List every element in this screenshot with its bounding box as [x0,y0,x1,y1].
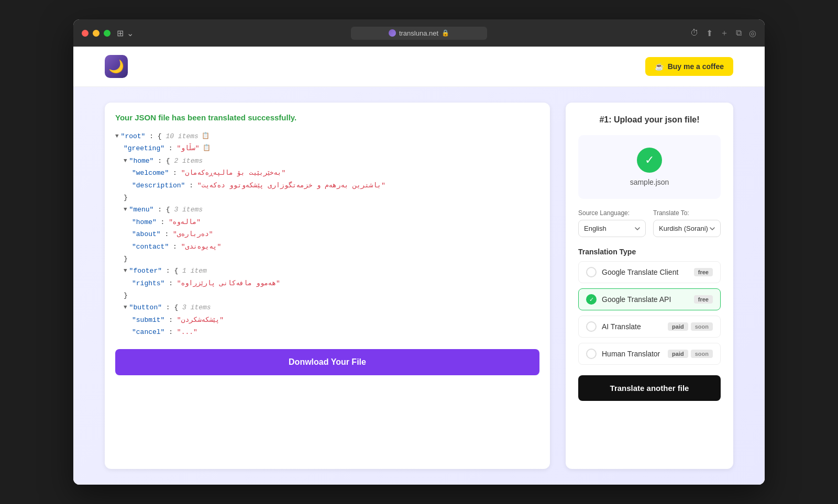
copy-icon[interactable]: 📋 [202,131,210,142]
json-line: ▼ "footer" : { 1 item [115,265,539,277]
file-upload-area: ✓ sample.json [578,135,721,199]
window-controls [82,30,111,37]
source-language-group: Source Language: English [578,209,646,237]
option-name: AI Translate [602,322,641,331]
json-line: "submit" : "پێشکەشکردن" [115,314,539,326]
app-header: 🌙 ☕ Buy me a coffee [73,47,765,87]
json-panel: Your JSON file has been translated succe… [105,103,550,469]
success-message: Your JSON file has been translated succe… [115,113,539,122]
collapse-icon[interactable]: ▼ [124,266,127,276]
logo-icon: 🌙 [105,55,128,78]
address-bar[interactable]: transluna.net 🔒 [351,27,487,40]
chevron-down-icon[interactable]: ⌄ [127,28,134,38]
option-google-client[interactable]: Google Translate Client free [578,261,721,283]
tabs-icon[interactable]: ⧉ [736,28,742,38]
settings-panel: #1: Upload your json file! ✓ sample.json… [566,103,733,469]
json-line: } [115,253,539,265]
free-badge: free [694,268,713,276]
soon-badge: soon [691,350,713,358]
translation-type-list: Google Translate Client free ✓ Google Tr… [578,261,721,365]
browser-content: 🌙 ☕ Buy me a coffee Your JSON file has b… [73,47,765,485]
json-line: ▼ "home" : { 2 items [115,155,539,167]
json-line: "greeting" : "سڵاو" 📋 [115,142,539,154]
json-line: ▼ "button" : { 3 items [115,301,539,313]
option-google-api[interactable]: ✓ Google Translate API free [578,288,721,310]
json-line: "home" : "مالەوە" [115,216,539,228]
buy-coffee-label: Buy me a coffee [668,62,724,71]
json-line: "about" : "دەربارەی" [115,228,539,240]
source-language-label: Source Language: [578,209,646,217]
history-icon[interactable]: ⏱ [690,28,699,38]
option-radio-icon [586,349,597,359]
buy-coffee-button[interactable]: ☕ Buy me a coffee [645,57,733,76]
json-line: ▼ "root" : { 10 items 📋 [115,130,539,142]
app-main: Your JSON file has been translated succe… [73,87,765,485]
panel-title: #1: Upload your json file! [578,115,721,125]
option-name: Google Translate Client [602,268,678,276]
translate-to-group: Translate To: Kurdish (Sorani) [653,209,721,237]
new-tab-icon[interactable]: ＋ [720,28,729,39]
translation-type-section: Translation Type Google Translate Client… [578,248,721,365]
collapse-icon[interactable]: ▼ [124,156,127,166]
collapse-icon[interactable]: ▼ [115,131,119,142]
download-button[interactable]: Donwload Your File [115,349,539,375]
translate-to-select[interactable]: Kurdish (Sorani) [653,220,721,237]
favicon-icon [389,29,396,37]
option-radio-icon [586,321,597,332]
json-line: } [115,192,539,204]
selected-check-icon: ✓ [586,294,597,305]
translate-to-label: Translate To: [653,209,721,217]
option-name: Google Translate API [602,295,671,304]
option-name: Human Translator [602,350,660,358]
copy-icon[interactable]: 📋 [203,143,211,154]
source-language-select[interactable]: English [578,220,646,237]
extensions-icon[interactable]: ◎ [749,28,756,38]
translate-another-button[interactable]: Translate another file [578,375,721,401]
json-line: "description" : "باشترین بەرهەم و خزمەتگ… [115,180,539,192]
free-badge: free [694,295,713,304]
minimize-button[interactable] [93,30,100,37]
json-line: "rights" : "هەموو مافەکانی پارێزراوە" [115,277,539,289]
soon-badge: soon [691,322,713,331]
maximize-button[interactable] [104,30,111,37]
browser-titlebar: ⊞ ⌄ transluna.net 🔒 ⏱ ⬆ ＋ ⧉ ◎ [73,19,765,47]
json-viewer: ▼ "root" : { 10 items 📋 "greeting" : "سڵ… [115,130,539,339]
translation-type-label: Translation Type [578,248,721,256]
coffee-icon: ☕ [655,62,664,71]
close-button[interactable] [82,30,89,37]
paid-badge: paid [668,350,688,358]
language-selectors-row: Source Language: English Translate To: K… [578,209,721,237]
json-line: "cancel" : "..." [115,326,539,338]
option-human-translator[interactable]: Human Translator paid soon [578,343,721,365]
logo-emoji: 🌙 [108,59,124,74]
json-line: "contact" : "پەیوەندی" [115,241,539,253]
sidebar-toggle-icon[interactable]: ⊞ [117,28,124,38]
option-radio-icon [586,267,597,277]
browser-controls-right: ⏱ ⬆ ＋ ⧉ ◎ [690,28,756,39]
share-icon[interactable]: ⬆ [706,28,713,38]
url-text: transluna.net [399,29,438,37]
paid-badge: paid [668,322,688,331]
collapse-icon[interactable]: ▼ [124,303,127,313]
lock-icon: 🔒 [442,29,449,37]
collapse-icon[interactable]: ▼ [124,205,127,215]
json-line: "welcome" : "بەخێربێیت بۆ مالپەڕەکەمان" [115,167,539,179]
sidebar-toggle-group: ⊞ ⌄ [117,28,134,38]
success-check-icon: ✓ [637,148,662,173]
json-line: } [115,289,539,301]
app-logo: 🌙 [105,55,128,78]
json-line: ▼ "menu" : { 3 items [115,204,539,216]
option-ai-translate[interactable]: AI Translate paid soon [578,316,721,338]
file-name: sample.json [630,178,669,186]
browser-window: ⊞ ⌄ transluna.net 🔒 ⏱ ⬆ ＋ ⧉ ◎ 🌙 ☕ [73,19,765,485]
